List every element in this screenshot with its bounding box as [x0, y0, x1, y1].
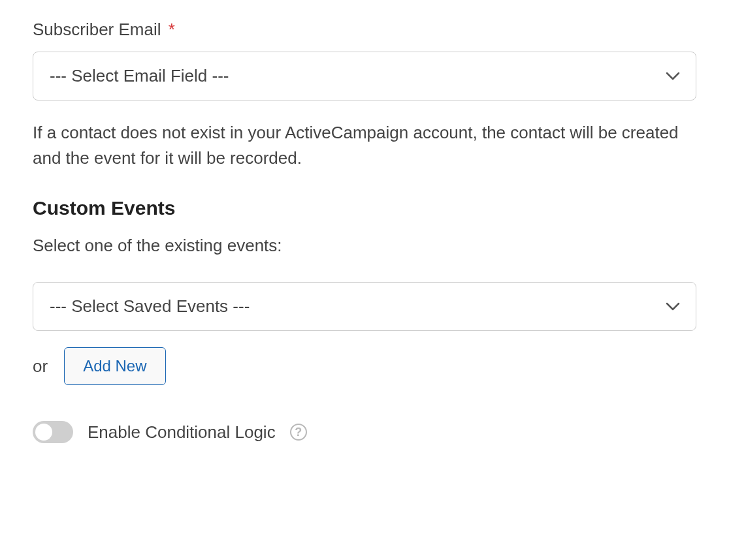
subscriber-email-label: Subscriber Email * [33, 20, 696, 40]
toggle-knob [35, 424, 52, 441]
saved-events-select-wrap: --- Select Saved Events --- [33, 282, 696, 331]
conditional-logic-toggle[interactable] [33, 421, 73, 443]
help-icon-char: ? [295, 426, 302, 439]
subscriber-email-helper-text: If a contact does not exist in your Acti… [33, 120, 696, 171]
conditional-logic-row: Enable Conditional Logic ? [33, 421, 696, 443]
add-new-button[interactable]: Add New [64, 347, 165, 385]
help-icon[interactable]: ? [290, 424, 307, 441]
subscriber-email-select-value: --- Select Email Field --- [50, 66, 229, 86]
subscriber-email-label-text: Subscriber Email [33, 20, 161, 39]
saved-events-select[interactable]: --- Select Saved Events --- [33, 282, 696, 331]
saved-events-select-value: --- Select Saved Events --- [50, 296, 250, 317]
custom-events-heading: Custom Events [33, 197, 696, 219]
add-new-row: or Add New [33, 347, 696, 385]
subscriber-email-select-wrap: --- Select Email Field --- [33, 52, 696, 101]
or-text: or [33, 356, 48, 377]
custom-events-sub-label: Select one of the existing events: [33, 236, 696, 256]
subscriber-email-select[interactable]: --- Select Email Field --- [33, 52, 696, 101]
conditional-logic-label: Enable Conditional Logic [88, 422, 276, 443]
required-asterisk: * [169, 20, 175, 39]
